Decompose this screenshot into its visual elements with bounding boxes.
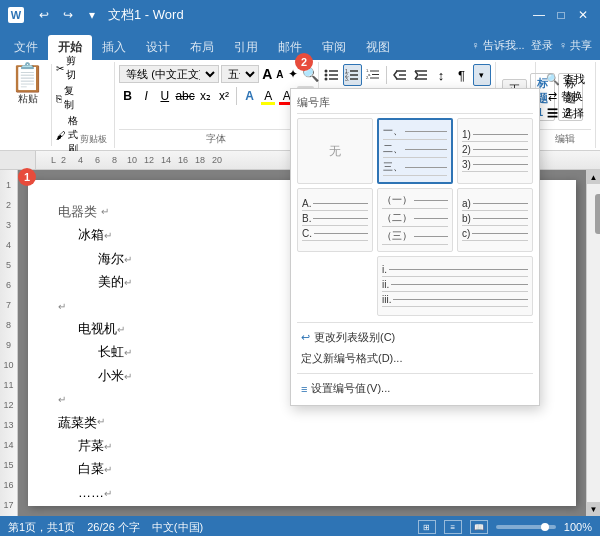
numbering-option-roman-lower[interactable]: i. ii. iii.	[377, 256, 533, 316]
alpha-upper-list: A. B. C.	[302, 198, 368, 243]
zoom-slider[interactable]	[496, 525, 556, 529]
status-right: ⊞ ≡ 📖 100%	[418, 520, 592, 534]
numbering-option-none[interactable]: 无	[297, 118, 373, 184]
subscript-button[interactable]: x₂	[197, 86, 214, 106]
tab-view[interactable]: 视图	[356, 35, 400, 60]
ribbon-right-actions: ♀ 告诉我... 登录 ♀ 共享	[471, 30, 600, 60]
alpha-upper-item-3: C.	[302, 228, 368, 241]
numbering-grid: 无 一、 二、 三、 1) 2)	[297, 118, 533, 316]
close-button[interactable]: ✕	[574, 6, 592, 24]
set-value-icon: ≡	[301, 383, 307, 395]
svg-point-2	[325, 74, 328, 77]
sort-button[interactable]: ↕	[432, 64, 450, 86]
paren-numeric-item-3: 3)	[462, 159, 528, 172]
clipboard-group-label: 剪贴板	[78, 133, 108, 146]
define-new-format-action[interactable]: 定义新编号格式(D)...	[297, 348, 533, 369]
numbering-dropdown: 编号库 无 一、 二、 三、 1)	[290, 88, 540, 406]
numbering-option-paren-numeric[interactable]: 1) 2) 3)	[457, 118, 533, 184]
roman-lower-item-1: i.	[382, 264, 528, 277]
minimize-button[interactable]: —	[530, 6, 548, 24]
multilevel-list-button[interactable]: 1.a.2.	[364, 64, 382, 86]
underline-button[interactable]: U	[156, 86, 173, 106]
format-painter-icon: 🖌	[56, 130, 66, 141]
customize-button[interactable]: ▾	[82, 5, 102, 25]
svg-point-4	[325, 78, 328, 81]
word-icon: W	[8, 7, 24, 23]
change-level-icon: ↩	[301, 331, 310, 344]
font-size-select[interactable]: 五号	[221, 65, 259, 83]
tab-references[interactable]: 引用	[224, 35, 268, 60]
tab-review[interactable]: 审阅	[312, 35, 356, 60]
web-layout-button[interactable]: ≡	[444, 520, 462, 534]
font-name-select[interactable]: 等线 (中文正文)	[119, 65, 219, 83]
grow-font-button[interactable]: A	[261, 64, 273, 84]
cut-button[interactable]: ✂ 剪切	[56, 54, 78, 82]
scroll-up-button[interactable]: ▲	[587, 170, 601, 184]
language: 中文(中国)	[152, 520, 203, 535]
select-button[interactable]: ☰ 选择	[547, 106, 583, 121]
paste-button[interactable]: 📋 粘贴	[10, 64, 52, 146]
numbering-dropdown-button[interactable]: ▾	[473, 64, 491, 86]
show-formatting-button[interactable]: ¶	[452, 64, 470, 86]
print-layout-button[interactable]: ⊞	[418, 520, 436, 534]
title-bar-left: W ↩ ↪ ▾ 文档1 - Word	[8, 5, 184, 25]
find-button[interactable]: 🔍 查找	[546, 72, 585, 87]
increase-indent-button[interactable]	[411, 64, 429, 86]
tab-file[interactable]: 文件	[4, 35, 48, 60]
chinese-paren-list: （一） （二） （三）	[382, 193, 448, 247]
ruler-corner	[0, 151, 36, 169]
editing-group-label: 编辑	[540, 129, 591, 146]
para-sep-1	[386, 66, 387, 84]
alpha-upper-item-2: B.	[302, 213, 368, 226]
font-row-1: 等线 (中文正文) 五号 A A ✦ 🔍	[119, 64, 314, 84]
copy-button[interactable]: ⎘ 复制	[56, 84, 78, 112]
tell-me-item[interactable]: ♀ 告诉我...	[471, 38, 524, 53]
strikethrough-button[interactable]: abc	[175, 86, 195, 106]
font-toolbar: 等线 (中文正文) 五号 A A ✦ 🔍 B I U abc x₂ x²	[119, 64, 314, 106]
shrink-font-button[interactable]: A	[275, 64, 284, 84]
status-left: 第1页，共1页 26/26 个字 中文(中国)	[8, 520, 203, 535]
tab-insert[interactable]: 插入	[92, 35, 136, 60]
numbering-button[interactable]: 1.2.3.	[343, 64, 361, 86]
text-effect-button[interactable]: A	[241, 86, 258, 106]
change-list-level-action[interactable]: ↩ 更改列表级别(C)	[297, 327, 533, 348]
scroll-down-button[interactable]: ▼	[587, 502, 601, 516]
svg-text:2.: 2.	[366, 75, 369, 80]
numbering-option-alpha-lower[interactable]: a) b) c)	[457, 188, 533, 252]
chinese-paren-item-1: （一）	[382, 193, 448, 209]
share-item[interactable]: ♀ 共享	[559, 38, 592, 53]
numbering-option-chinese-paren[interactable]: （一） （二） （三）	[377, 188, 453, 252]
scroll-thumb[interactable]	[595, 194, 601, 234]
highlight-button[interactable]: A	[260, 86, 277, 106]
status-bar: 第1页，共1页 26/26 个字 中文(中国) ⊞ ≡ 📖 100%	[0, 516, 600, 536]
bold-button[interactable]: B	[119, 86, 136, 106]
tab-layout[interactable]: 布局	[180, 35, 224, 60]
maximize-button[interactable]: □	[552, 6, 570, 24]
word-count: 26/26 个字	[87, 520, 140, 535]
numbering-option-alpha-upper[interactable]: A. B. C.	[297, 188, 373, 252]
italic-button[interactable]: I	[138, 86, 155, 106]
format-painter-button[interactable]: 🖌 格式刷	[56, 114, 78, 156]
numbering-dropdown-title: 编号库	[297, 95, 533, 114]
roman-lower-item-3: iii.	[382, 294, 528, 307]
alpha-lower-item-1: a)	[462, 198, 528, 211]
list-marker-2: 蔬菜类	[58, 411, 97, 434]
superscript-button[interactable]: x²	[216, 86, 233, 106]
bullets-button[interactable]	[323, 64, 341, 86]
copy-icon: ⎘	[56, 93, 62, 104]
zoom-level: 100%	[564, 521, 592, 533]
chinese-item-1: 一、	[383, 124, 447, 140]
redo-button[interactable]: ↪	[58, 5, 78, 25]
paste-label: 粘贴	[18, 92, 38, 106]
separator-1	[236, 87, 237, 105]
roman-lower-item-2: ii.	[382, 279, 528, 292]
undo-button[interactable]: ↩	[34, 5, 54, 25]
alpha-lower-item-3: c)	[462, 228, 528, 241]
decrease-indent-button[interactable]	[391, 64, 409, 86]
set-numbering-value-action[interactable]: ≡ 设置编号值(V)...	[297, 378, 533, 399]
numbering-option-chinese[interactable]: 一、 二、 三、	[377, 118, 453, 184]
replace-button[interactable]: ⇄ 替换	[548, 89, 582, 104]
read-mode-button[interactable]: 📖	[470, 520, 488, 534]
signin-item[interactable]: 登录	[531, 38, 553, 53]
tab-design[interactable]: 设计	[136, 35, 180, 60]
